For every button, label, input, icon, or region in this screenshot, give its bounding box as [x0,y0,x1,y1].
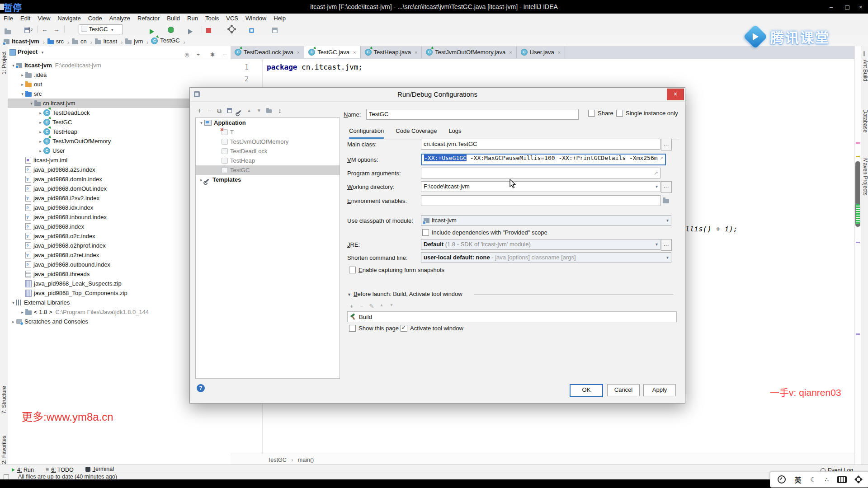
stripe-mark[interactable] [856,142,860,144]
keyboard-icon[interactable] [837,476,847,483]
menu-navigate[interactable]: Navigate [54,14,84,23]
menu-refactor[interactable]: Refactor [134,14,163,23]
menu-file[interactable]: File [0,14,17,23]
apply-button[interactable]: Apply [643,384,676,396]
move-up-icon[interactable]: ▲ [245,107,253,115]
stripe-mark[interactable] [856,156,860,157]
maximize-button[interactable]: ▢ [844,4,850,10]
cancel-button[interactable]: Cancel [607,384,640,396]
open-icon[interactable] [5,30,11,34]
chevron-right-icon[interactable]: ▸ [19,73,25,77]
chevron-down-icon[interactable]: ▾ [198,121,204,125]
stripe-mark[interactable] [856,333,860,335]
editor-tab-testheap.java[interactable]: TestHeap.java× [361,46,422,58]
sort-icon[interactable]: ↕ [276,107,284,115]
move-up-icon[interactable]: ▲ [378,303,385,307]
tree-item-testheap[interactable]: TestHeap [196,156,340,165]
breadcrumb-item-cn[interactable]: cn [72,36,87,47]
scrollbar-thumb[interactable] [855,161,860,227]
menu-vcs[interactable]: VCS [222,14,242,23]
vm-options-input[interactable]: -XX:+UseG1GC -XX:MaxGCPauseMillis=100 -X… [421,154,666,165]
chevron-down-icon[interactable]: ▾ [656,182,658,192]
editor-tab-testdeadlock.java[interactable]: TestDeadLock.java× [231,46,304,58]
provided-scope-checkbox[interactable]: Include dependencies with "Provided" sco… [422,229,547,236]
close-button[interactable]: × [859,4,863,10]
sync-icon[interactable]: ↻ [26,25,34,33]
tool-button-terminal[interactable]: Terminal [85,465,114,473]
tool-button-ant-build[interactable]: Ant Build [862,60,868,81]
working-directory-browse-button[interactable]: ... [661,181,672,193]
menu-analyze[interactable]: Analyze [106,14,134,23]
tree-item-.idea[interactable]: ▸.idea [8,70,231,80]
breadcrumb-class[interactable]: TestGC [268,457,287,463]
help-button[interactable]: ? [197,384,205,392]
edit-icon[interactable]: ✎ [368,303,375,310]
hide-panel-icon[interactable]: ─ [223,49,227,61]
breadcrumb-method[interactable]: main() [298,457,314,463]
collapse-all-icon[interactable]: ÷ [197,49,200,61]
chevron-right-icon[interactable]: ▸ [19,310,25,314]
close-icon[interactable]: × [297,50,300,55]
chevron-down-icon[interactable]: ▾ [28,101,34,106]
menu-code[interactable]: Code [85,14,106,23]
close-icon[interactable]: × [415,50,417,55]
run-anything-icon[interactable] [272,28,278,33]
main-class-browse-button[interactable]: ... [661,139,672,150]
tool-button-favorites[interactable]: 2: Favorites [1,436,7,464]
chevron-right-icon[interactable]: ▸ [38,130,43,134]
chevron-down-icon[interactable]: ▾ [10,300,16,305]
menu-edit[interactable]: Edit [17,14,34,23]
chevron-down-icon[interactable]: ▾ [666,216,669,225]
menu-build[interactable]: Build [163,14,184,23]
tool-button-structure[interactable]: 7: Structure [1,386,7,414]
code-line[interactable]: package cn.itcast.jvm; [267,63,363,71]
gear-icon[interactable] [856,477,861,482]
copy-icon[interactable]: ⧉ [215,107,223,115]
menu-run[interactable]: Run [184,14,202,23]
stripe-mark[interactable] [856,242,860,243]
program-arguments-input[interactable]: ↗ [421,168,660,178]
dialog-tab-logs[interactable]: Logs [448,127,461,137]
back-icon[interactable]: ← [41,25,49,33]
stop-icon[interactable] [206,28,211,33]
tool-button-database[interactable]: Database [862,109,868,132]
dialog-tab-code-coverage[interactable]: Code Coverage [396,127,437,137]
locate-icon[interactable]: ◎ [184,49,189,61]
breadcrumb-item-jvm[interactable]: jvm [125,36,143,47]
edit-defaults-icon[interactable] [235,107,243,115]
tree-item-t[interactable]: T [196,127,340,137]
breadcrumb-item-testgc[interactable]: TestGC [151,35,179,46]
close-icon[interactable]: × [509,50,512,55]
ime-language-indicator[interactable]: 英 [795,475,802,484]
tree-item-application[interactable]: ▾Application [196,118,340,127]
close-icon[interactable]: × [353,50,356,55]
chevron-down-icon[interactable]: ▾ [42,50,44,55]
chevron-down-icon[interactable]: ▾ [666,253,669,263]
code-fragment[interactable]: llis() + i); [685,225,738,233]
remove-icon[interactable]: − [358,303,365,310]
project-panel-title[interactable]: Project [18,48,38,55]
chevron-down-icon[interactable]: ▾ [656,239,658,249]
jre-browse-button[interactable]: ... [661,239,672,251]
project-structure-icon[interactable] [249,28,254,33]
menu-tools[interactable]: Tools [202,14,222,23]
share-checkbox[interactable]: Share [588,110,613,117]
main-class-input[interactable]: cn.itcast.jvm.TestGC [421,139,660,150]
pin-icon[interactable]: ∥ [863,51,866,56]
editor-tab-testgc.java[interactable]: TestGC.java× [304,46,360,58]
single-instance-checkbox[interactable]: Single instance only [616,110,678,117]
tree-item-testjvmoutofmemory[interactable]: TestJvmOutOfMemory [196,137,340,146]
editor-tab-user.java[interactable]: User.java× [517,46,566,58]
chevron-right-icon[interactable]: ▸ [38,111,43,115]
tree-item-itcast-jvm[interactable]: ▾itcast-jvmF:\code\itcast-jvm [8,61,231,70]
move-down-icon[interactable]: ▼ [388,303,395,307]
jre-select[interactable]: Default (1.8 - SDK of 'itcast-jvm' modul… [421,239,660,250]
tree-item-testdeadlock[interactable]: TestDeadLock [196,146,340,156]
new-folder-icon[interactable] [265,107,273,115]
chevron-right-icon[interactable]: ▸ [38,120,43,125]
minimize-button[interactable]: – [830,4,833,10]
settings-gear-icon[interactable] [229,26,235,32]
chevron-right-icon[interactable]: ▸ [19,82,25,87]
classpath-module-select[interactable]: itcast-jvm▾ [421,215,671,226]
dialog-close-button[interactable]: × [667,89,684,100]
